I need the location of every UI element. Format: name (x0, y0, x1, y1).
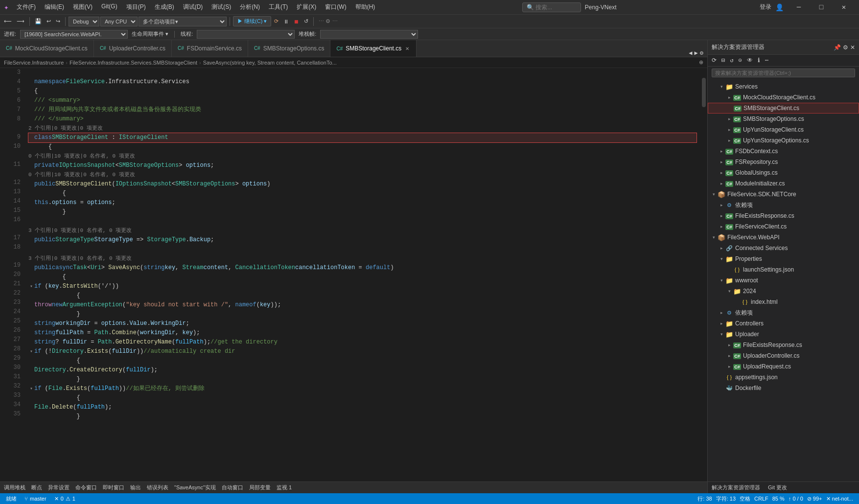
bottom-item-locals[interactable]: 局部变量 (249, 484, 271, 491)
menu-tools[interactable]: 工具(T) (265, 2, 292, 12)
lifecycle-label[interactable]: 生命周期事件 ▾ (132, 30, 168, 38)
menu-window[interactable]: 窗口(W) (321, 2, 350, 12)
code-line[interactable]: string? fullDir = Path.GetDirectoryName(… (28, 338, 696, 347)
se-refresh-button[interactable]: ↺ (728, 56, 735, 65)
tree-arrow[interactable]: ▸ (725, 353, 733, 358)
tab-overflow[interactable]: ◀ ▶ ⚙ (685, 49, 707, 57)
tree-arrow[interactable]: ▾ (710, 235, 718, 240)
tree-arrow[interactable]: ▸ (718, 213, 725, 218)
redo-button[interactable]: ↪ (54, 17, 62, 25)
tab-settings-icon[interactable]: ⚙ (700, 49, 703, 57)
login-button[interactable]: 登录 (760, 3, 771, 11)
nav-back-button[interactable]: ⟵ (2, 17, 14, 25)
collapse-button[interactable]: ▾ (28, 384, 34, 393)
code-line[interactable]: { (28, 291, 696, 300)
scrollbar-thumb[interactable] (702, 78, 706, 107)
menu-project[interactable]: 项目(P) (122, 2, 150, 12)
menu-debug[interactable]: 调试(D) (179, 2, 207, 12)
status-notifications[interactable]: ⊘ 99+ (805, 495, 824, 503)
pause-button[interactable]: ⏸ (281, 18, 291, 25)
code-line[interactable] (28, 217, 696, 226)
nav-fwd-button[interactable]: ⟶ (15, 17, 26, 25)
tree-item-fileservice-webapi[interactable]: ▾📦FileService.WebAPI (708, 232, 859, 243)
se-bottom-git[interactable]: Git 更改 (768, 484, 787, 491)
status-branch[interactable]: ⑂ master (23, 496, 48, 502)
vertical-scrollbar[interactable] (700, 68, 707, 481)
code-line[interactable]: { (28, 393, 696, 403)
code-line[interactable]: { (28, 356, 696, 366)
tree-arrow[interactable]: ▸ (725, 343, 733, 347)
status-encoding[interactable]: CRLF (752, 495, 770, 503)
code-line[interactable]: string fullPath = Path.Combine(workingDi… (28, 328, 696, 338)
cpu-select[interactable]: Any CPU (100, 17, 138, 26)
stop-button[interactable]: ⏹ (292, 18, 301, 25)
tree-arrow[interactable]: ▾ (710, 192, 718, 197)
tree-item-services[interactable]: ▾📁Services (708, 81, 859, 92)
se-more-button[interactable]: ⋯ (763, 56, 770, 65)
tree-arrow[interactable]: ▸ (718, 170, 725, 175)
code-line[interactable]: /// </summary> (28, 115, 696, 124)
tree-item-fileexistsresponse-cs[interactable]: ▸C#FileExistsResponse.cs (708, 210, 859, 221)
breadcrumb-part-3[interactable]: SaveAsync(string key, Stream content, Ca… (203, 60, 337, 66)
code-line[interactable]: ▾ if (File.Exists(fullPath))//如果已经存在, 则尝… (28, 384, 696, 393)
status-ready[interactable]: 就绪 (4, 495, 19, 503)
breadcrumb-part-1[interactable]: FileService.Infrastructure (4, 60, 64, 66)
tab-smbclient[interactable]: C# SMBStorageClient.cs ✕ (330, 40, 417, 57)
code-line[interactable]: string workingDir = options.Value.Workin… (28, 319, 696, 328)
tree-arrow[interactable]: ▸ (718, 310, 725, 315)
tree-item-smbstorageclient-cs[interactable]: C#SMBStorageClient.cs (708, 103, 859, 114)
tab-scroll-right[interactable]: ▶ (695, 49, 698, 57)
status-errors[interactable]: ✕ 0 ⚠ 1 (52, 496, 77, 502)
undo-button[interactable]: ↩ (45, 17, 53, 25)
code-line[interactable]: { (28, 87, 696, 96)
code-line[interactable]: File.Delete(fullPath); (28, 403, 696, 412)
code-line[interactable]: public async Task<Uri> SaveAsync(string … (28, 263, 696, 273)
status-col[interactable]: 字符: 13 (714, 495, 738, 503)
continue-button[interactable]: ▶ 继续(C) ▾ (233, 16, 271, 26)
tree-item-moduleinitializer-cs[interactable]: ▸C#ModuleInitializer.cs (708, 178, 859, 189)
profile-icon[interactable]: 👤 (775, 3, 784, 11)
tree-item-mockcloudstorageclient-cs[interactable]: ▸C#MockCloudStorageClient.cs (708, 92, 859, 103)
tree-item-fileservice-sdk-netcore[interactable]: ▾📦FileService.SDK.NETCore (708, 189, 859, 200)
tree-item-2024[interactable]: ▾📁2024 (708, 286, 859, 297)
code-line[interactable]: { (28, 189, 696, 198)
tree-item-smbstorageoptions-cs[interactable]: ▸C#SMBStorageOptions.cs (708, 114, 859, 124)
tree-arrow[interactable]: ▸ (718, 160, 725, 164)
close-button[interactable]: ✕ (833, 0, 855, 15)
se-bottom-solution[interactable]: 解决方案资源管理器 (712, 484, 760, 491)
tree-item-uploader[interactable]: ▾📁Uploader (708, 329, 859, 340)
code-line[interactable]: } (28, 207, 696, 217)
global-search-input[interactable] (522, 2, 581, 12)
menu-edit[interactable]: 编辑(E) (41, 2, 68, 12)
breadcrumb-part-2[interactable]: FileService.Infrastructure.Services.SMBS… (70, 60, 197, 66)
debug-mode-select[interactable]: Debug (69, 17, 99, 26)
status-zoom[interactable]: 85 % (770, 495, 787, 503)
code-line[interactable]: ▾ if (!Directory.Exists(fullDir))//autom… (28, 347, 696, 356)
restart-button[interactable]: ↺ (302, 17, 310, 25)
menu-analyze[interactable]: 分析(N) (236, 2, 264, 12)
code-line[interactable]: namespace FileService.Infrastructure.Ser… (28, 77, 696, 87)
menu-help[interactable]: 帮助(H) (351, 2, 379, 12)
code-line[interactable]: this.options = options; (28, 198, 696, 207)
status-net[interactable]: ✕ net-not... (824, 495, 855, 503)
stack-select[interactable] (320, 30, 418, 39)
tree-arrow[interactable]: ▸ (718, 246, 725, 251)
tree-arrow[interactable]: ▸ (718, 181, 725, 186)
tab-smboptions[interactable]: C# SMBStorageOptions.cs (248, 40, 331, 57)
bottom-item-errorlist[interactable]: 错误列表 (147, 484, 168, 491)
tree-item----[interactable]: ▸⚙依赖项 (708, 307, 859, 318)
step-over-button[interactable]: ⟳ (272, 17, 280, 25)
status-line[interactable]: 行: 38 (696, 495, 714, 503)
se-close-button[interactable]: ✕ (850, 44, 855, 51)
code-line[interactable]: throw new ArgumentException("key should … (28, 300, 696, 310)
tab-close-smbclient[interactable]: ✕ (404, 46, 410, 52)
se-pin-button[interactable]: 📌 (834, 44, 841, 51)
bottom-item-breakpoints[interactable]: 断点 (31, 484, 42, 491)
status-git-changes[interactable]: ↑ 0 / 0 (787, 495, 805, 503)
code-line[interactable]: } (28, 375, 696, 384)
code-line[interactable]: } (28, 412, 696, 421)
tree-item-controllers[interactable]: ▸📁Controllers (708, 318, 859, 329)
code-line[interactable]: ▾ if (key.StartsWith('/')) (28, 282, 696, 291)
tab-scroll-left[interactable]: ◀ (689, 49, 692, 57)
code-line[interactable]: { (28, 273, 696, 282)
